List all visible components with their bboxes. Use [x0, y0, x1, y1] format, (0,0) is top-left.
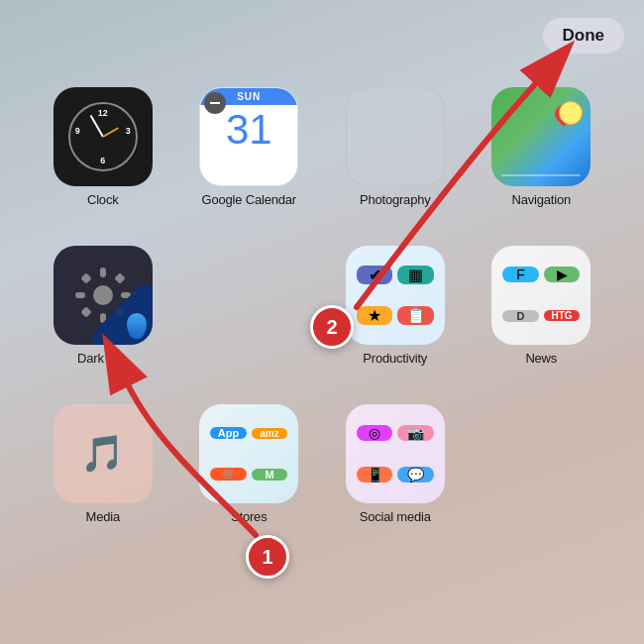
app-media[interactable]: 🎵 Media	[30, 396, 176, 545]
app-stores-label: Stores	[231, 509, 267, 524]
app-settings-dark[interactable]: Dark S…	[30, 238, 176, 386]
empty-r2c2	[176, 238, 323, 386]
app-productivity[interactable]: ✔ ▦ ★ 📋 Productivity	[322, 238, 469, 386]
svg-rect-1	[100, 268, 106, 277]
app-clock[interactable]: 12 3 6 9 Clock	[30, 79, 176, 228]
delete-badge-gcal[interactable]	[204, 92, 226, 114]
app-grid: 12 3 6 9 Clock SUN 31 Google Calendar Ph…	[30, 79, 614, 545]
app-social-media-label: Social media	[360, 509, 431, 524]
app-navigation-label: Navigation	[512, 192, 571, 207]
app-news-label: News	[525, 351, 557, 366]
svg-rect-5	[80, 272, 91, 283]
app-stores[interactable]: App amz 🛒 M Stores	[176, 396, 323, 545]
svg-rect-6	[114, 272, 125, 283]
gcal-date: 31	[226, 109, 272, 151]
app-media-label: Media	[86, 509, 120, 524]
done-button[interactable]: Done	[543, 18, 625, 54]
app-clock-label: Clock	[87, 192, 119, 207]
app-social-media[interactable]: ◎ 📷 📱 💬 Social media	[322, 396, 469, 545]
app-photography-label: Photography	[360, 192, 431, 207]
svg-rect-7	[80, 306, 91, 317]
app-navigation[interactable]: Navigation	[469, 79, 615, 228]
svg-rect-3	[75, 292, 85, 298]
app-gcal-label: Google Calendar	[202, 192, 296, 207]
app-settings-dark-label: Dark S…	[77, 351, 128, 366]
app-google-calendar[interactable]: SUN 31 Google Calendar	[176, 79, 323, 228]
app-productivity-label: Productivity	[363, 351, 427, 366]
app-news[interactable]: F ▶ D HTG News	[469, 238, 615, 386]
app-photography[interactable]: Photography	[322, 79, 469, 228]
